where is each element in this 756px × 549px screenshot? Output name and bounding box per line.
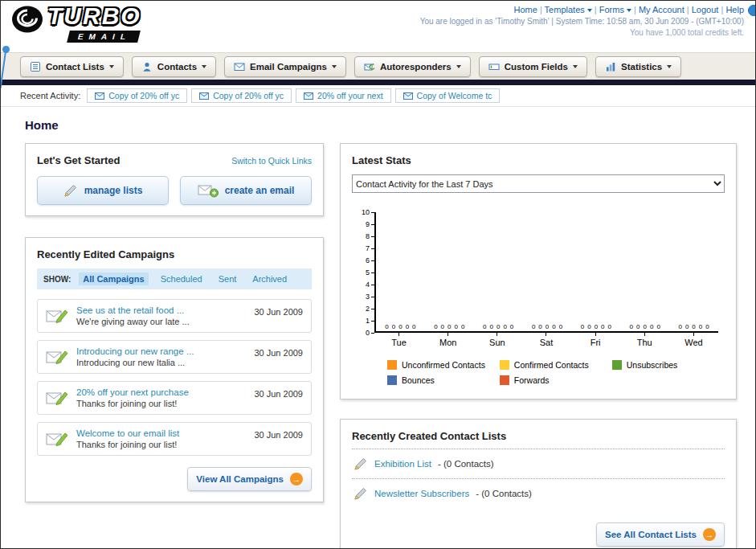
- chevron-down-icon: [202, 65, 206, 68]
- logo-title: TURBO: [47, 4, 141, 28]
- nav-forms[interactable]: Forms: [595, 5, 631, 14]
- campaigns-filter-bar: SHOW: All Campaigns Scheduled Sent Archi…: [37, 268, 312, 289]
- campaign-title-link[interactable]: See us at the retail food ...: [76, 305, 246, 315]
- main-content: Home Let's Get Started Switch to Quick L…: [1, 107, 755, 549]
- envelope-icon: [403, 92, 413, 100]
- campaign-subtitle: Thanks for joining our list!: [76, 399, 246, 408]
- legend-item: Forwards: [500, 375, 612, 385]
- chevron-down-icon: [332, 65, 337, 68]
- campaign-row: See us at the retail food ... We're givi…: [37, 299, 312, 333]
- chart-legend: Unconfirmed ContactsConfirmed ContactsUn…: [387, 360, 725, 385]
- nav-my-account[interactable]: My Account: [634, 5, 684, 14]
- see-all-contact-lists-button[interactable]: See All Contact Lists →: [596, 522, 725, 547]
- credits-text: You have 1,000 total credits left.: [420, 28, 744, 37]
- contact-list-link[interactable]: Exhibition List: [374, 459, 431, 469]
- chart-zero-row: 00000000000000000000000000000000000: [376, 323, 718, 330]
- custom-fields-icon: [488, 61, 500, 72]
- help-ball-icon[interactable]: [748, 5, 756, 16]
- recent-activity-label: Recent Activity:: [20, 91, 80, 100]
- envelope-edit-icon: [46, 389, 68, 407]
- legend-item: Confirmed Contacts: [500, 360, 612, 370]
- pencil-icon: [63, 183, 78, 198]
- recent-activity-item[interactable]: Copy of 20% off yc: [191, 88, 292, 103]
- arrow-right-icon: →: [703, 528, 716, 541]
- contact-list-row: Newsletter Subscribers - (0 Contacts): [352, 478, 725, 508]
- envelope-edit-icon: [46, 307, 68, 325]
- campaign-title-link[interactable]: 20% off your next purchase: [76, 387, 246, 397]
- top-nav: Home Templates Forms My Account Logout H…: [420, 5, 744, 14]
- chevron-down-icon: [587, 9, 592, 12]
- manage-lists-button[interactable]: manage lists: [37, 176, 169, 205]
- recent-contact-lists-panel: Recently Created Contact Lists Exhibitio…: [340, 419, 737, 549]
- campaign-date: 30 Jun 2009: [254, 389, 303, 399]
- login-status-text: You are logged in as 'Timothy Smith' | S…: [420, 17, 744, 26]
- recent-activity-item[interactable]: 20% off your next: [296, 88, 391, 103]
- right-column: Latest Stats Contact Activity for the La…: [340, 143, 737, 549]
- contact-activity-chart: 109876543210 000000000000000000000000000…: [357, 212, 718, 347]
- logo-text: TURBO EMAIL: [47, 4, 141, 43]
- recent-activity-bar: Recent Activity: Copy of 20% off yc Copy…: [1, 85, 755, 107]
- filter-scheduled[interactable]: Scheduled: [157, 272, 206, 285]
- stats-period-select[interactable]: Contact Activity for the Last 7 Days: [352, 174, 725, 193]
- campaign-title-link[interactable]: Welcome to our email list: [76, 428, 246, 438]
- stats-panel-title: Latest Stats: [352, 154, 725, 166]
- campaign-subtitle: Thanks for joining our list!: [76, 440, 246, 449]
- tab-email-campaigns[interactable]: Email Campaigns: [224, 56, 346, 77]
- chart-plot-area: 00000000000000000000000000000000000: [374, 212, 718, 333]
- main-nav-tabs: Contact Lists Contacts Email Campaigns A…: [1, 52, 755, 80]
- recent-activity-item[interactable]: Copy of Welcome tc: [395, 88, 501, 103]
- tab-contacts[interactable]: Contacts: [132, 56, 216, 77]
- legend-item: Unconfirmed Contacts: [387, 360, 500, 370]
- filter-sent[interactable]: Sent: [215, 272, 241, 285]
- nav-home[interactable]: Home: [513, 5, 537, 14]
- arrow-right-icon: →: [290, 473, 303, 485]
- contact-lists-icon: [30, 61, 41, 72]
- contacts-icon: [141, 61, 153, 72]
- pencil-icon: [353, 457, 368, 471]
- get-started-panel: Let's Get Started Switch to Quick Links …: [25, 143, 324, 216]
- app-logo[interactable]: TURBO EMAIL: [10, 4, 141, 43]
- statistics-icon: [605, 61, 616, 72]
- campaign-date: 30 Jun 2009: [254, 307, 303, 317]
- email-campaigns-icon: [234, 61, 245, 72]
- header: TURBO EMAIL Home Templates Forms My Acco…: [1, 1, 755, 52]
- tab-contact-lists[interactable]: Contact Lists: [20, 56, 124, 77]
- legend-item: Unsubscribes: [612, 360, 725, 370]
- recently-edited-campaigns-panel: Recently Edited Campaigns SHOW: All Camp…: [25, 237, 324, 502]
- campaign-date: 30 Jun 2009: [254, 348, 303, 358]
- chevron-down-icon: [456, 65, 461, 68]
- filter-all-campaigns[interactable]: All Campaigns: [79, 272, 148, 285]
- tab-autoresponders[interactable]: Autoresponders: [354, 56, 471, 77]
- tab-custom-fields[interactable]: Custom Fields: [479, 56, 587, 77]
- contact-list-link[interactable]: Newsletter Subscribers: [374, 489, 469, 498]
- nav-templates[interactable]: Templates: [540, 5, 592, 14]
- app-window: TURBO EMAIL Home Templates Forms My Acco…: [0, 0, 756, 549]
- create-email-button[interactable]: create an email: [180, 176, 312, 205]
- get-started-title: Let's Get Started: [37, 154, 121, 166]
- campaign-subtitle: We're giving away our late ...: [76, 317, 246, 326]
- campaigns-panel-title: Recently Edited Campaigns: [37, 248, 312, 260]
- nav-help[interactable]: Help: [721, 5, 744, 14]
- view-all-campaigns-button[interactable]: View All Campaigns →: [187, 467, 312, 491]
- contact-list-count: - (0 Contacts): [438, 459, 494, 469]
- chart-x-axis: TueMonSunSatFriThuWed: [374, 333, 718, 347]
- filter-archived[interactable]: Archived: [248, 272, 291, 285]
- campaign-row: 20% off your next purchase Thanks for jo…: [37, 381, 312, 415]
- autoresponders-icon: [364, 61, 375, 72]
- left-column: Let's Get Started Switch to Quick Links …: [25, 143, 324, 502]
- envelope-plus-icon: [198, 182, 219, 199]
- logo-swirl-icon: [10, 4, 44, 35]
- switch-quick-links-link[interactable]: Switch to Quick Links: [231, 156, 312, 166]
- chevron-down-icon: [667, 65, 672, 68]
- envelope-edit-icon: [46, 348, 68, 366]
- nav-logout[interactable]: Logout: [687, 5, 719, 14]
- envelope-icon: [304, 92, 313, 100]
- chevron-down-icon: [627, 9, 631, 12]
- tab-statistics[interactable]: Statistics: [595, 56, 681, 77]
- latest-stats-panel: Latest Stats Contact Activity for the La…: [340, 143, 737, 399]
- recent-activity-item[interactable]: Copy of 20% off yc: [87, 88, 187, 103]
- page-title: Home: [25, 118, 731, 132]
- campaign-title-link[interactable]: Introducing our new range ...: [76, 346, 246, 356]
- campaign-date: 30 Jun 2009: [254, 430, 303, 440]
- campaign-row: Introducing our new range ... Introducin…: [37, 340, 312, 374]
